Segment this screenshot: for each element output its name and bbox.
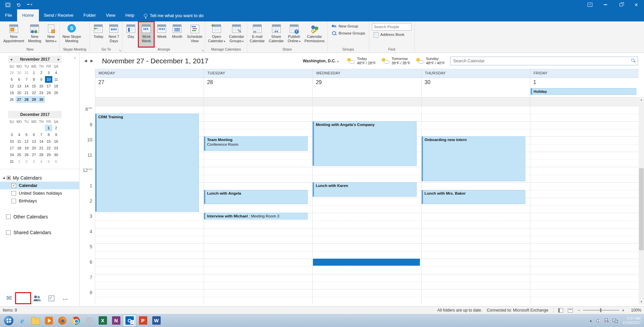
ribbon-display-options-button[interactable]: ˄ xyxy=(582,0,598,9)
mini-calendar-day[interactable]: 15 xyxy=(45,138,52,145)
ribbon-button-day[interactable]: Day xyxy=(123,22,139,47)
taskbar-outlook-button[interactable]: O xyxy=(123,315,136,327)
mini-calendar-day[interactable]: 18 xyxy=(15,145,23,151)
mini-calendar-day[interactable]: 4 xyxy=(52,69,60,76)
calendar-item-calendar[interactable]: ✓Calendar xyxy=(0,182,79,189)
tab-help[interactable]: Help xyxy=(120,9,140,21)
mini-calendar-day[interactable]: 7 xyxy=(23,76,30,83)
mini-calendar-day[interactable]: 21 xyxy=(23,89,30,96)
allday-cell[interactable] xyxy=(312,97,421,106)
mini-calendar-day[interactable]: 30 xyxy=(15,69,23,76)
mini-calendar-day[interactable]: 17 xyxy=(45,83,52,89)
ribbon-button-calendar-permissions[interactable]: CalendarPermissions xyxy=(303,22,327,47)
dialog-launcher-icon[interactable]: ↘ xyxy=(119,49,121,52)
ribbon-button-e-mail-calendar[interactable]: E-mailCalendar xyxy=(248,22,267,47)
time-slot[interactable] xyxy=(204,167,312,182)
forward-button[interactable]: ▶ xyxy=(90,58,94,64)
time-slot[interactable] xyxy=(95,289,204,305)
time-slot[interactable] xyxy=(204,152,312,167)
time-slot[interactable] xyxy=(530,106,639,121)
mini-calendar-day[interactable]: 6 xyxy=(30,131,38,138)
mini-calendar-day[interactable]: 2 xyxy=(23,158,30,165)
time-slot[interactable] xyxy=(313,228,421,244)
time-slot[interactable] xyxy=(422,121,530,137)
time-slot[interactable] xyxy=(530,167,639,182)
mini-calendar-day[interactable]: 18 xyxy=(52,83,60,89)
mini-calendar-day[interactable]: 5 xyxy=(45,158,52,165)
time-slot[interactable] xyxy=(204,121,312,137)
time-slot[interactable] xyxy=(204,228,312,244)
mini-calendar-day[interactable]: 14 xyxy=(38,138,45,145)
taskbar-chrome-button[interactable] xyxy=(69,315,83,327)
mini-calendar-day[interactable]: 13 xyxy=(30,138,38,145)
volume-icon[interactable] xyxy=(596,318,601,323)
taskbar-clock[interactable]: 5:37 AM 11/10/2017 xyxy=(621,316,641,325)
mini-calendar-day[interactable]: 27 xyxy=(30,151,38,158)
calendar-group-shared-calendars[interactable]: Shared Calendars xyxy=(0,228,79,236)
mini-calendar-day[interactable]: 12 xyxy=(8,83,15,89)
day-header-monday[interactable]: MONDAY xyxy=(95,69,204,78)
selected-time-slot[interactable] xyxy=(313,259,420,266)
mini-calendar-day[interactable]: 1 xyxy=(45,125,52,131)
day-column-friday[interactable] xyxy=(530,106,639,305)
zoom-in-button[interactable]: + xyxy=(622,308,625,313)
tab-send-receive[interactable]: Send / Receive xyxy=(39,9,78,21)
mini-calendar-day[interactable]: 29 xyxy=(45,151,52,158)
ribbon-button-new-appointment[interactable]: NewAppointment xyxy=(1,22,26,47)
tab-folder[interactable]: Folder xyxy=(78,9,101,21)
ribbon-button-schedule-view[interactable]: ScheduleView xyxy=(185,22,204,47)
close-button[interactable]: ✕ xyxy=(629,0,644,9)
tab-file[interactable]: File xyxy=(0,9,17,21)
calendar-item-united-states-holidays[interactable]: United States holidays xyxy=(0,189,79,197)
dialog-launcher-icon[interactable]: ↘ xyxy=(202,49,204,52)
calendar-event-team-meeting[interactable]: Team MeetingConference Room xyxy=(204,136,308,151)
mini-calendar-day[interactable]: 24 xyxy=(8,151,15,158)
zoom-slider-thumb[interactable] xyxy=(600,308,601,312)
time-slot[interactable] xyxy=(530,289,639,305)
day-column-wednesday[interactable]: Meeting with Angela's CompanyLunch with … xyxy=(312,106,421,305)
time-slot[interactable] xyxy=(313,274,421,289)
calendar-group-other-calendars[interactable]: Other Calendars xyxy=(0,213,79,220)
mini-calendar-day[interactable]: 12 xyxy=(23,138,30,145)
ribbon-button-address-book[interactable]: Address Book xyxy=(372,31,406,38)
time-slot[interactable] xyxy=(530,274,639,289)
taskbar-onenote-button[interactable]: N xyxy=(109,315,123,327)
taskbar-ring-button[interactable] xyxy=(83,315,96,327)
mini-calendar-day[interactable]: 26 xyxy=(23,151,30,158)
ribbon-button-publish-online[interactable]: PublishOnline▾ xyxy=(286,22,303,47)
time-slot[interactable] xyxy=(204,243,312,259)
mini-calendar-day[interactable]: 26 xyxy=(8,96,15,103)
mini-calendar-day[interactable]: 23 xyxy=(38,89,45,96)
time-slot[interactable] xyxy=(95,228,204,244)
day-header-wednesday[interactable]: WEDNESDAY xyxy=(312,69,421,78)
customize-qat-button[interactable]: ▾ xyxy=(26,2,32,8)
day-column-tuesday[interactable]: Team MeetingConference RoomLunch with An… xyxy=(204,106,312,305)
mini-calendar-day[interactable]: 1 xyxy=(30,69,38,76)
tab-home[interactable]: Home xyxy=(17,9,39,21)
ribbon-button-new-skype-meeting[interactable]: New SkypeMeeting xyxy=(60,22,83,47)
ribbon-button-share-calendar[interactable]: ShareCalendar xyxy=(267,22,286,47)
time-slot[interactable] xyxy=(422,289,530,305)
time-slot[interactable] xyxy=(530,213,639,228)
time-slot[interactable] xyxy=(204,274,312,289)
date-cell-tuesday[interactable]: 28 xyxy=(204,78,312,97)
mini-calendar-day[interactable]: 28 xyxy=(23,96,30,103)
ribbon-button-week[interactable]: Week xyxy=(154,22,169,47)
weather-sunday[interactable]: Sunday48°F / 40°F xyxy=(416,57,445,65)
ribbon-button-open-calendar[interactable]: OpenCalendar▾ xyxy=(206,22,227,47)
mini-calendar-day[interactable]: 8 xyxy=(45,131,52,138)
mini-calendar-day[interactable]: 28 xyxy=(38,151,45,158)
search-calendar-input[interactable] xyxy=(450,57,638,65)
mini-calendar-day[interactable]: 21 xyxy=(38,145,45,151)
normal-view-button[interactable] xyxy=(558,308,563,313)
mini-calendar-day[interactable]: 3 xyxy=(45,69,52,76)
action-center-flag-icon[interactable]: ✕ xyxy=(604,318,609,323)
time-slot[interactable] xyxy=(530,136,639,152)
reading-view-button[interactable] xyxy=(568,308,573,313)
day-column-thursday[interactable]: Onboarding new internLunch with Mrs. Bak… xyxy=(421,106,530,305)
time-slot[interactable] xyxy=(422,228,530,244)
mini-calendar-day[interactable]: 13 xyxy=(15,83,23,89)
checkbox-icon[interactable] xyxy=(11,199,16,203)
mini-calendar-day[interactable]: 5 xyxy=(8,76,15,83)
taskbar-word-button[interactable]: W xyxy=(150,315,163,327)
